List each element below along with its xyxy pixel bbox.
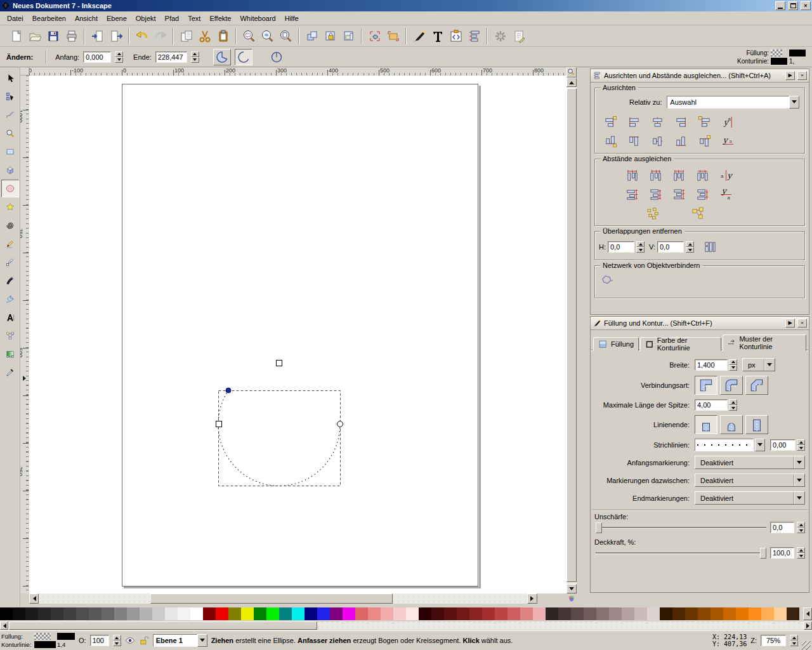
stroke-width-input[interactable] [695, 359, 728, 371]
blur-slider-thumb[interactable] [596, 522, 602, 533]
palette-swatch[interactable] [343, 607, 355, 620]
scroll-left-button[interactable] [29, 594, 39, 604]
make-whole-button[interactable] [268, 49, 285, 65]
dialog-expand-button[interactable]: ▶ [785, 319, 795, 328]
document-properties-button[interactable] [510, 28, 527, 44]
palette-swatch[interactable] [495, 607, 508, 620]
pencil-tool[interactable] [1, 235, 19, 253]
redo-button[interactable] [152, 28, 169, 44]
remove-overlaps-button[interactable] [701, 239, 719, 255]
unclump-button[interactable] [643, 206, 661, 221]
cap-square-button[interactable] [745, 415, 768, 434]
h-gap-spinner[interactable] [636, 241, 645, 253]
unlink-clone-button[interactable] [340, 28, 357, 44]
cap-butt-button[interactable] [695, 415, 717, 434]
palette-swatch[interactable] [203, 607, 216, 620]
copy-button[interactable] [178, 28, 195, 44]
palette-swatch[interactable] [165, 607, 178, 620]
bezier-pen-tool[interactable] [1, 253, 19, 271]
dash-dropdown-arrow[interactable] [755, 439, 765, 451]
palette-swatch[interactable] [228, 607, 241, 620]
palette-swatch[interactable] [355, 607, 368, 620]
end-marker-dropdown[interactable]: Deaktiviert [695, 491, 805, 505]
palette-swatch[interactable] [660, 607, 672, 620]
palette-swatch[interactable] [241, 607, 254, 620]
selector-tool[interactable] [1, 69, 19, 87]
dash-offset-spinner[interactable] [797, 439, 805, 451]
clone-button[interactable] [322, 28, 339, 44]
open-document-button[interactable] [26, 28, 43, 44]
import-button[interactable] [89, 28, 106, 44]
dash-pattern-field[interactable] [695, 439, 754, 451]
palette-swatch[interactable] [736, 607, 749, 620]
palette-swatch[interactable] [114, 607, 127, 620]
tab-stroke-style[interactable]: Muster der Konturlinie [723, 335, 806, 351]
palette-swatch[interactable] [76, 607, 89, 620]
palette-swatch[interactable] [38, 607, 51, 620]
dock-handle-arrow[interactable] [23, 376, 29, 381]
layer-dropdown-arrow[interactable] [197, 634, 207, 647]
palette-swatch[interactable] [279, 607, 292, 620]
palette-swatch[interactable] [469, 607, 482, 620]
menu-bearbeiten[interactable]: Bearbeiten [28, 13, 70, 24]
palette-swatch[interactable] [89, 607, 102, 620]
palette-swatch[interactable] [317, 607, 330, 620]
palette-swatch[interactable] [787, 607, 799, 620]
palette-swatch[interactable] [152, 607, 165, 620]
align-dialog-button[interactable] [466, 28, 483, 44]
distribute-centers-horizontal-button[interactable] [646, 168, 664, 183]
start-marker-dropdown[interactable]: Deaktiviert [695, 456, 805, 469]
fill-pattern-swatch[interactable] [771, 50, 782, 56]
palette-swatch[interactable] [102, 607, 114, 620]
join-bevel-button[interactable] [745, 376, 768, 395]
zoom-spinner[interactable] [790, 635, 798, 646]
print-button[interactable] [63, 28, 80, 44]
node-editor-tool[interactable] [1, 88, 19, 105]
distribute-bottom-edges-button[interactable] [670, 187, 688, 202]
stroke-width-spinner[interactable] [729, 359, 737, 371]
spiral-tool[interactable] [1, 216, 19, 234]
palette-swatch[interactable] [304, 607, 317, 620]
palette-swatch[interactable] [63, 607, 76, 620]
gradient-tool[interactable] [1, 345, 19, 363]
palette-swatch[interactable] [558, 607, 571, 620]
palette-swatch[interactable] [216, 607, 228, 620]
blur-spinner[interactable] [797, 522, 805, 533]
palette-swatch[interactable] [571, 607, 584, 620]
cap-round-button[interactable] [720, 415, 743, 434]
palette-swatch[interactable] [393, 607, 406, 620]
dropdown-arrow-icon[interactable] [789, 96, 799, 109]
opacity-input[interactable] [770, 547, 794, 559]
canvas[interactable] [29, 76, 566, 594]
arc-end-input[interactable] [155, 51, 187, 63]
menu-objekt[interactable]: Objekt [131, 13, 160, 24]
opacity-slider[interactable] [594, 548, 768, 559]
palette-swatch[interactable] [723, 607, 736, 620]
undo-button[interactable] [133, 28, 150, 44]
palette-swatch[interactable] [140, 607, 152, 620]
mid-marker-dropdown[interactable]: Deaktiviert [695, 474, 805, 487]
v-gap-input[interactable] [657, 241, 684, 253]
h-gap-input[interactable] [608, 241, 634, 253]
export-button[interactable] [107, 28, 124, 44]
ellipse-tool[interactable] [1, 180, 19, 197]
palette-swatch[interactable] [508, 607, 520, 620]
palette-swatch[interactable] [368, 607, 381, 620]
arc-start-handle[interactable] [337, 421, 343, 427]
align-bottom-edges-button[interactable] [672, 133, 690, 149]
vertical-scrollbar-thumb[interactable] [566, 88, 577, 582]
close-button[interactable]: × [801, 1, 811, 10]
connector-tool[interactable] [1, 327, 19, 345]
resize-grip[interactable] [802, 641, 811, 650]
palette-swatch[interactable] [0, 607, 13, 620]
dash-offset-input[interactable] [770, 439, 796, 451]
distribute-centers-vertical-button[interactable] [646, 187, 664, 202]
align-center-vertical-button[interactable] [648, 133, 666, 149]
palette-swatch[interactable] [127, 607, 140, 620]
rectangle-tool[interactable] [1, 143, 19, 161]
palette-swatch[interactable] [292, 607, 304, 620]
distribute-gaps-horizontal-button[interactable] [693, 168, 711, 183]
fill-stroke-dialog-button[interactable] [410, 28, 428, 44]
align-right-edges-button[interactable] [672, 114, 690, 129]
restore-button[interactable] [788, 1, 798, 10]
